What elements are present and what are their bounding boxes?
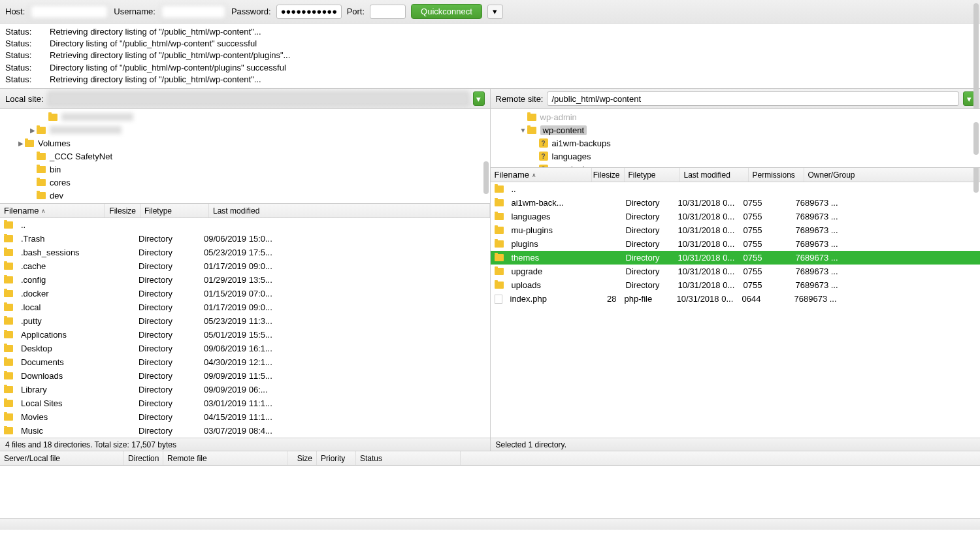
cell-filename: languages <box>508 212 593 221</box>
cell-permissions: 0755 <box>740 280 792 290</box>
col-filetype[interactable]: Filetype <box>140 204 209 218</box>
cell-owner: 7689673 ... <box>792 280 981 290</box>
local-file-list[interactable]: ...TrashDirectory09/06/2019 15:0....bash… <box>0 218 490 438</box>
scrollbar[interactable] <box>483 161 489 194</box>
file-row[interactable]: DesktopDirectory09/06/2019 16:1... <box>0 342 490 355</box>
cell-owner: 7689673 ... <box>792 212 981 221</box>
col-status[interactable]: Status <box>356 451 461 465</box>
file-row[interactable]: themesDirectory10/31/2018 0...0755768967… <box>491 251 981 265</box>
col-server-local[interactable]: Server/Local file <box>0 451 124 465</box>
tree-item[interactable]: bin <box>0 163 490 176</box>
tree-item[interactable] <box>0 110 490 123</box>
cell-permissions: 0755 <box>740 239 792 249</box>
host-input[interactable] <box>30 5 108 19</box>
local-site-input[interactable] <box>48 91 469 106</box>
file-row[interactable]: ai1wm-back...Directory10/31/2018 0...075… <box>491 196 981 210</box>
cell-filename: Music <box>17 426 135 436</box>
expand-arrow-icon[interactable]: ▶ <box>29 127 37 134</box>
tree-item[interactable]: wp-admin <box>491 110 981 123</box>
connection-toolbar: Host: Username: Password: Port: Quickcon… <box>0 0 980 24</box>
log-message: Directory listing of "/public_html/wp-co… <box>50 38 257 50</box>
file-row[interactable]: DocumentsDirectory04/30/2019 12:1... <box>0 355 490 369</box>
cell-filename: upgrade <box>508 266 593 276</box>
cell-modified: 03/07/2019 08:4... <box>200 426 490 436</box>
col-filesize[interactable]: Filesize <box>105 204 140 218</box>
remote-directory-tree[interactable]: wp-admin▼wp-content?ai1wm-backups?langua… <box>491 109 981 168</box>
sort-asc-icon: ∧ <box>532 172 536 178</box>
file-row[interactable]: .. <box>0 218 490 232</box>
file-row[interactable]: .puttyDirectory05/23/2019 11:3... <box>0 314 490 328</box>
tree-item[interactable]: ▶ <box>0 123 490 137</box>
col-filename[interactable]: Filename∧ <box>0 204 105 218</box>
file-row[interactable]: .. <box>491 182 981 196</box>
file-row[interactable]: .localDirectory01/17/2019 09:0... <box>0 300 490 314</box>
file-row[interactable]: upgradeDirectory10/31/2018 0...075576896… <box>491 265 981 278</box>
file-row[interactable]: .bash_sessionsDirectory05/23/2019 17:5..… <box>0 246 490 259</box>
expand-arrow-icon[interactable]: ▼ <box>519 127 527 134</box>
file-row[interactable]: .dockerDirectory01/15/2019 07:0... <box>0 287 490 300</box>
col-lastmodified[interactable]: Last modified <box>209 204 490 218</box>
port-label: Port: <box>347 7 365 16</box>
tree-item[interactable]: ?mu-plugins <box>491 163 981 168</box>
tree-item[interactable]: ▶Volumes <box>0 137 490 150</box>
col-lastmodified[interactable]: Last modified <box>680 168 749 182</box>
scrollbar[interactable] <box>973 122 979 155</box>
file-row[interactable]: uploadsDirectory10/31/2018 0...075576896… <box>491 278 981 292</box>
cell-permissions: 0755 <box>740 225 792 235</box>
col-direction[interactable]: Direction <box>124 451 163 465</box>
remote-pane: Remote site: ▾ wp-admin▼wp-content?ai1wm… <box>491 89 981 451</box>
col-owner[interactable]: Owner/Group <box>804 168 981 182</box>
file-row[interactable]: ApplicationsDirectory05/01/2019 15:5... <box>0 328 490 342</box>
tree-item[interactable]: ?languages <box>491 150 981 163</box>
remote-site-input[interactable] <box>547 91 959 106</box>
quickconnect-button[interactable]: Quickconnect <box>411 4 482 19</box>
tree-item[interactable]: ▶etc <box>0 202 490 204</box>
cell-filetype: Directory <box>135 330 200 340</box>
tree-item[interactable]: ▼wp-content <box>491 123 981 137</box>
col-remote-file[interactable]: Remote file <box>163 451 287 465</box>
file-row[interactable]: pluginsDirectory10/31/2018 0...075576896… <box>491 237 981 251</box>
file-row[interactable]: DownloadsDirectory09/09/2019 11:5... <box>0 369 490 383</box>
file-row[interactable]: LibraryDirectory09/09/2019 06:... <box>0 383 490 396</box>
cell-modified: 05/01/2019 15:5... <box>200 330 490 340</box>
remote-file-list[interactable]: ..ai1wm-back...Directory10/31/2018 0...0… <box>491 182 981 438</box>
quickconnect-dropdown-button[interactable]: ▾ <box>487 5 503 19</box>
username-input[interactable] <box>161 5 226 19</box>
file-row[interactable]: languagesDirectory10/31/2018 0...0755768… <box>491 210 981 223</box>
file-row[interactable]: .TrashDirectory09/06/2019 15:0... <box>0 232 490 246</box>
col-permissions[interactable]: Permissions <box>749 168 804 182</box>
host-label: Host: <box>5 7 25 16</box>
tree-item-label: bin <box>50 165 61 174</box>
cell-modified: 09/06/2019 15:0... <box>200 234 490 244</box>
folder-icon <box>527 127 536 134</box>
file-row[interactable]: .cacheDirectory01/17/2019 09:0... <box>0 259 490 273</box>
file-row[interactable]: .configDirectory01/29/2019 13:5... <box>0 273 490 287</box>
tree-item[interactable]: dev <box>0 189 490 202</box>
file-row[interactable]: MusicDirectory03/07/2019 08:4... <box>0 424 490 438</box>
col-size[interactable]: Size <box>287 451 317 465</box>
chevron-down-icon: ▾ <box>967 94 972 104</box>
cell-modified: 09/09/2019 06:... <box>200 385 490 395</box>
file-row[interactable]: index.php28php-file10/31/2018 0...064476… <box>491 292 981 306</box>
file-row[interactable]: mu-pluginsDirectory10/31/2018 0...075576… <box>491 223 981 237</box>
col-filetype[interactable]: Filetype <box>625 168 680 182</box>
file-row[interactable]: MoviesDirectory04/15/2019 11:1... <box>0 410 490 424</box>
folder-icon <box>4 317 13 325</box>
log-label: Status: <box>5 26 34 38</box>
folder-icon <box>495 227 504 234</box>
folder-icon <box>4 372 13 379</box>
password-input[interactable] <box>276 5 342 19</box>
expand-arrow-icon[interactable]: ▶ <box>17 140 25 147</box>
local-site-dropdown-button[interactable]: ▾ <box>473 91 485 106</box>
tree-item[interactable]: _CCC SafetyNet <box>0 150 490 163</box>
tree-item[interactable]: ?ai1wm-backups <box>491 137 981 150</box>
col-filename[interactable]: Filename∧ <box>491 168 592 182</box>
folder-icon <box>37 153 46 160</box>
file-row[interactable]: Local SitesDirectory03/01/2019 11:1... <box>0 396 490 410</box>
col-filesize[interactable]: Filesize <box>592 168 625 182</box>
port-input[interactable] <box>370 5 406 19</box>
transfer-queue[interactable] <box>0 466 980 518</box>
local-directory-tree[interactable]: ▶▶Volumes_CCC SafetyNetbincoresdev▶etc <box>0 109 490 204</box>
tree-item[interactable]: cores <box>0 176 490 189</box>
col-priority[interactable]: Priority <box>317 451 356 465</box>
